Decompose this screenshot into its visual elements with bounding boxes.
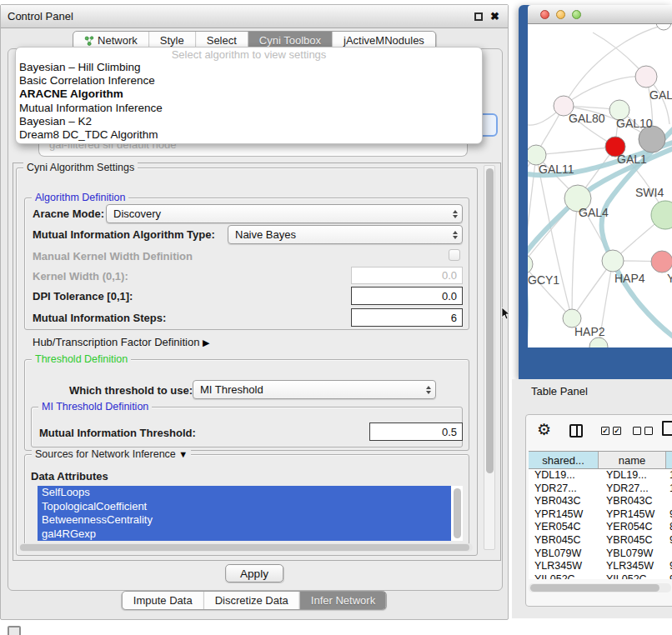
mi-algorithm-type-label: Mutual Information Algorithm Type: — [33, 228, 215, 241]
algorithm-option[interactable]: Bayesian – Hill Climbing — [16, 61, 482, 74]
data-attributes-list: SelfLoopsTopologicalCoefficientBetweenne… — [38, 486, 463, 541]
scrollbar-thumb[interactable] — [20, 544, 469, 551]
attribute-item[interactable]: gal4RGexp — [38, 528, 451, 542]
network-node[interactable] — [656, 24, 671, 30]
spinner-arrows-icon — [453, 210, 458, 218]
hub-definition-expander[interactable]: Hub/Transcription Factor Definition ▶ — [33, 336, 209, 348]
algorithm-option[interactable]: Basic Correlation Inference — [16, 74, 482, 88]
kernel-width-field: 0.0 — [351, 267, 463, 284]
list-scrollbar-thumb[interactable] — [454, 488, 461, 538]
settings-group-title: Cyni Algorithm Settings — [23, 162, 138, 173]
column-header-shared-name[interactable]: shared... — [529, 452, 599, 468]
sources-group-title[interactable]: Sources for Network Inference ▼ — [32, 448, 191, 460]
collapse-down-icon: ▼ — [178, 449, 188, 459]
attribute-item[interactable]: TopologicalCoefficient — [38, 500, 451, 514]
mouse-cursor — [501, 308, 511, 321]
expand-right-icon: ▶ — [203, 338, 209, 348]
control-panel-titlebar[interactable]: Control Panel ✖ — [1, 5, 508, 28]
mac-zoom-icon[interactable] — [572, 10, 581, 19]
manual-kernel-width-checkbox — [449, 249, 460, 261]
table-row[interactable]: YDL19... YDL19... 13 — [529, 469, 672, 482]
mac-close-icon[interactable] — [540, 10, 549, 19]
network-node[interactable] — [635, 66, 657, 88]
node-label: GAL4 — [579, 206, 609, 219]
settings-vertical-scrollbar[interactable] — [484, 165, 495, 550]
deselect-all-checks-icon[interactable] — [633, 427, 654, 437]
attribute-item[interactable]: BetweennessCentrality — [38, 513, 451, 528]
attribute-item[interactable]: SelfLoops — [38, 486, 451, 500]
network-view-window: GALGAL80GAL10GAL1GAL11GAL4SWI4GCY1HAP4YH… — [519, 5, 672, 379]
node-label: SWI4 — [635, 186, 664, 199]
node-label: GCY1 — [528, 273, 559, 287]
network-selector-combobox[interactable]: gal-filtered sif default node — [38, 144, 468, 157]
table-row[interactable]: YBR043C YBR043C — [529, 495, 672, 508]
control-panel-title: Control Panel — [8, 5, 73, 28]
network-edge[interactable] — [536, 147, 615, 155]
kernel-width-label: Kernel Width (0,1): — [33, 270, 128, 282]
close-icon[interactable]: ✖ — [490, 9, 499, 24]
threshold-definition-title: Threshold Definition — [32, 353, 131, 365]
column-header-name[interactable]: name — [599, 452, 666, 468]
algorithm-option[interactable]: ARACNE Algorithm — [16, 88, 482, 101]
aracne-mode-combobox[interactable]: Discovery — [106, 204, 463, 223]
gear-icon[interactable]: ⚙ — [537, 421, 551, 439]
network-canvas[interactable]: GALGAL80GAL10GAL1GAL11GAL4SWI4GCY1HAP4YH… — [528, 24, 672, 348]
float-window-icon[interactable] — [474, 12, 483, 21]
mi-algorithm-type-combobox[interactable]: Naive Bayes — [228, 225, 463, 244]
table-row[interactable]: YIL052C YIL052C 9. — [529, 573, 672, 579]
dpi-tolerance-field[interactable]: 0.0 — [351, 287, 463, 305]
tab-discretize-data[interactable]: Discretize Data — [203, 592, 299, 609]
network-node[interactable] — [528, 254, 533, 274]
node-label: HAP2 — [574, 325, 605, 338]
minimized-panel-icon[interactable] — [8, 626, 21, 635]
which-threshold-label: Which threshold to use: — [69, 384, 193, 397]
network-node[interactable] — [602, 250, 624, 272]
mi-threshold-field[interactable]: 0.5 — [369, 422, 463, 441]
mi-steps-field[interactable]: 6 — [351, 308, 463, 327]
tab-impute-data[interactable]: Impute Data — [123, 592, 203, 609]
table-row[interactable]: YLR345W YLR345W 9. — [529, 560, 672, 573]
scrollbar-thumb[interactable] — [486, 168, 494, 473]
network-icon — [84, 36, 94, 46]
network-node[interactable] — [651, 251, 672, 272]
node-label: HAP4 — [614, 272, 645, 285]
table-header: shared... name — [529, 451, 672, 469]
node-label: GAL11 — [539, 162, 574, 176]
data-attributes-label: Data Attributes — [31, 470, 108, 482]
network-window-titlebar[interactable] — [528, 5, 672, 24]
apply-button[interactable]: Apply — [225, 564, 283, 582]
table-row[interactable]: YBL079W YBL079W — [529, 548, 672, 561]
document-icon[interactable] — [662, 421, 672, 436]
control-panel-window: Control Panel ✖ Network Style Select Cyn… — [0, 4, 509, 620]
mac-minimize-icon[interactable] — [556, 10, 565, 19]
manual-kernel-width-label: Manual Kernel Width Definition — [33, 250, 193, 262]
table-panel-title: Table Panel — [531, 385, 588, 398]
dpi-tolerance-label: DPI Tolerance [0,1]: — [33, 290, 133, 302]
select-all-checks-icon[interactable]: ✓ ✓ — [601, 427, 623, 437]
cyni-bottom-tabs: Impute Data Discretize Data Infer Networ… — [122, 591, 387, 610]
network-graph[interactable]: GALGAL80GAL10GAL1GAL11GAL4SWI4GCY1HAP4YH… — [528, 24, 672, 348]
table-row[interactable]: YBR045C YBR045C 9. — [529, 534, 672, 548]
column-header-cropped[interactable] — [666, 452, 672, 468]
tab-infer-network[interactable]: Infer Network — [299, 592, 386, 609]
node-label: GAL10 — [616, 117, 653, 130]
settings-horizontal-scrollbar[interactable] — [19, 543, 473, 552]
algorithm-placeholder: Select algorithm to view settings — [16, 49, 482, 61]
table-row[interactable]: YPR145W YPR145W 9. — [529, 508, 672, 522]
spinner-arrows-icon — [453, 231, 458, 239]
network-node[interactable] — [589, 338, 608, 348]
which-threshold-combobox[interactable]: MI Threshold — [193, 380, 436, 399]
network-edge[interactable] — [564, 77, 646, 106]
mi-threshold-label: Mutual Information Threshold: — [39, 427, 196, 439]
algorithm-option[interactable]: Mutual Information Inference — [16, 102, 482, 115]
algorithm-option[interactable]: Bayesian – K2 — [16, 115, 482, 128]
table-row[interactable]: YER054C YER054C 8. — [529, 521, 672, 534]
columns-icon[interactable] — [569, 424, 583, 438]
scrollbar-thumb[interactable] — [530, 584, 659, 592]
table-rows: YDL19... YDL19... 13 YDR27... YDR27... 1… — [529, 469, 672, 579]
table-row[interactable]: YDR27... YDR27... 12 — [529, 482, 672, 496]
network-edge[interactable] — [572, 198, 578, 318]
node-label: GAL80 — [569, 112, 605, 125]
table-horizontal-scrollbar[interactable] — [529, 583, 671, 592]
algorithm-option[interactable]: Dream8 DC_TDC Algorithm — [16, 128, 482, 142]
